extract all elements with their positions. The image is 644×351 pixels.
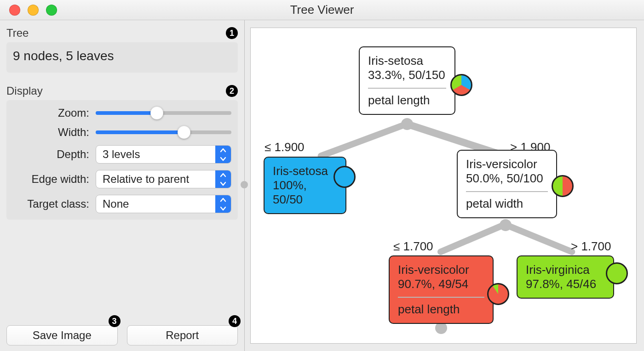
node-class: Iris-setosa bbox=[273, 164, 337, 178]
close-icon[interactable] bbox=[9, 5, 20, 16]
display-panel: Zoom: Width: Depth: 3 levels bbox=[6, 100, 238, 220]
zoom-label: Zoom: bbox=[13, 107, 96, 119]
pie-icon bbox=[487, 283, 509, 305]
zoom-icon[interactable] bbox=[46, 5, 57, 16]
target-class-value: None bbox=[96, 195, 215, 213]
edge-label: ≤ 1.900 bbox=[264, 140, 305, 154]
tree-section-header: Tree 1 bbox=[6, 27, 238, 40]
depth-value: 3 levels bbox=[96, 146, 215, 163]
node-split: petal length bbox=[398, 302, 484, 317]
tree-node-root[interactable]: Iris-setosa 33.3%, 50/150 petal length bbox=[359, 46, 455, 115]
minimize-icon[interactable] bbox=[28, 5, 39, 16]
tree-node-leaf-setosa[interactable]: Iris-setosa 100%, 50/50 bbox=[264, 157, 346, 214]
node-stats: 33.3%, 50/150 bbox=[368, 68, 446, 82]
help-badge-2[interactable]: 2 bbox=[226, 85, 238, 97]
node-stats: 50.0%, 50/100 bbox=[466, 171, 548, 186]
node-split: petal width bbox=[466, 197, 548, 211]
help-badge-3[interactable]: 3 bbox=[109, 315, 121, 327]
width-slider[interactable] bbox=[96, 126, 231, 139]
window-title: Tree Viewer bbox=[0, 3, 644, 17]
node-class: Iris-setosa bbox=[368, 54, 446, 68]
depth-label: Depth: bbox=[13, 148, 96, 161]
help-badge-1[interactable]: 1 bbox=[226, 27, 238, 39]
report-label: Report bbox=[166, 329, 199, 342]
svg-line-0 bbox=[321, 124, 407, 156]
split-dot bbox=[500, 219, 512, 231]
node-class: Iris-virginica bbox=[526, 263, 605, 277]
node-stats: 97.8%, 45/46 bbox=[526, 277, 605, 291]
stepper-icon[interactable] bbox=[215, 195, 231, 213]
pie-icon bbox=[606, 262, 628, 284]
depth-select[interactable]: 3 levels bbox=[96, 145, 231, 164]
tree-canvas-wrap: Iris-setosa 33.3%, 50/150 petal length ≤… bbox=[245, 20, 644, 351]
stepper-icon[interactable] bbox=[215, 170, 231, 188]
split-dot bbox=[401, 118, 413, 130]
width-label: Width: bbox=[13, 126, 96, 139]
node-stats: 90.7%, 49/54 bbox=[398, 277, 484, 291]
pie-icon bbox=[334, 166, 356, 188]
edge-width-select[interactable]: Relative to parent bbox=[96, 170, 231, 188]
window-controls bbox=[9, 5, 57, 16]
pie-icon bbox=[450, 74, 472, 96]
edge-label: > 1.700 bbox=[571, 239, 611, 254]
tree-canvas[interactable]: Iris-setosa 33.3%, 50/150 petal length ≤… bbox=[250, 28, 637, 344]
sidebar: Tree 1 9 nodes, 5 leaves Display 2 Zoom:… bbox=[0, 20, 245, 351]
tree-node-versicolor[interactable]: Iris-versicolor 90.7%, 49/54 petal lengt… bbox=[389, 255, 494, 324]
edge-width-value: Relative to parent bbox=[96, 170, 215, 188]
pie-icon bbox=[552, 175, 574, 197]
node-split: petal length bbox=[368, 93, 446, 108]
tree-node-petal-width[interactable]: Iris-versicolor 50.0%, 50/100 petal widt… bbox=[457, 150, 557, 218]
report-button[interactable]: Report bbox=[127, 325, 238, 345]
display-section-label: Display bbox=[6, 85, 43, 97]
titlebar: Tree Viewer bbox=[0, 0, 644, 20]
edge-label: ≤ 1.700 bbox=[393, 239, 433, 254]
svg-line-3 bbox=[505, 225, 572, 252]
node-class: Iris-versicolor bbox=[398, 263, 484, 277]
stepper-icon[interactable] bbox=[215, 146, 231, 163]
edge-width-label: Edge width: bbox=[13, 173, 96, 186]
node-stats: 100%, 50/50 bbox=[273, 178, 337, 207]
target-class-label: Target class: bbox=[13, 198, 96, 210]
target-class-select[interactable]: None bbox=[96, 195, 231, 213]
tree-section-label: Tree bbox=[6, 27, 29, 40]
tree-node-leaf-virginica[interactable]: Iris-virginica 97.8%, 45/46 bbox=[517, 255, 614, 299]
svg-line-2 bbox=[441, 225, 505, 252]
zoom-slider[interactable] bbox=[96, 107, 231, 119]
save-image-label: Save Image bbox=[33, 329, 92, 342]
node-class: Iris-versicolor bbox=[466, 157, 548, 171]
tree-info-box: 9 nodes, 5 leaves bbox=[6, 42, 238, 73]
save-image-button[interactable]: Save Image bbox=[6, 325, 118, 345]
help-badge-4[interactable]: 4 bbox=[229, 315, 241, 327]
display-section-header: Display 2 bbox=[6, 85, 238, 97]
